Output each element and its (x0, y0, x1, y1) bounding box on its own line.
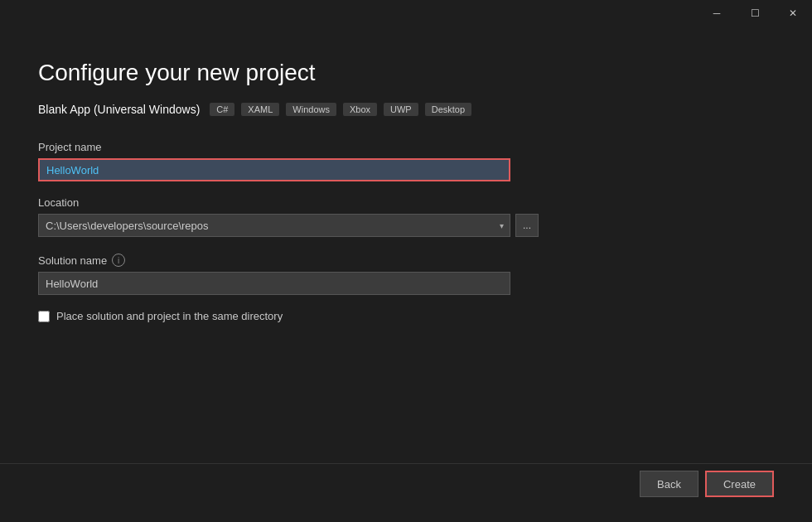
location-label: Location (38, 196, 774, 209)
project-name-input[interactable] (38, 158, 510, 181)
tag-xbox: Xbox (343, 103, 377, 116)
tag-desktop: Desktop (425, 103, 471, 116)
page-title: Configure your new project (38, 60, 774, 86)
same-directory-row: Place solution and project in the same d… (38, 310, 774, 322)
divider (0, 463, 812, 464)
same-directory-checkbox[interactable] (38, 311, 50, 322)
app-type-label: Blank App (Universal Windows) (38, 103, 200, 116)
back-button[interactable]: Back (640, 471, 698, 497)
solution-name-section: Solution name i (38, 254, 774, 295)
browse-button[interactable]: ... (515, 214, 539, 237)
same-directory-label[interactable]: Place solution and project in the same d… (56, 310, 283, 322)
tag-xaml: XAML (241, 103, 279, 116)
solution-info-icon[interactable]: i (112, 254, 125, 267)
subtitle-row: Blank App (Universal Windows) C# XAML Wi… (38, 103, 774, 116)
tag-windows: Windows (286, 103, 336, 116)
location-select-wrapper: C:\Users\developers\source\repos (38, 214, 510, 237)
tag-uwp: UWP (384, 103, 418, 116)
create-button[interactable]: Create (705, 471, 774, 497)
minimize-button[interactable]: ─ (698, 0, 736, 27)
project-name-label: Project name (38, 141, 774, 153)
main-content: Configure your new project Blank App (Un… (0, 27, 812, 522)
bottom-bar: Back Create (640, 471, 774, 497)
project-name-section: Project name (38, 141, 774, 181)
solution-name-input[interactable] (38, 272, 510, 295)
maximize-button[interactable]: ☐ (736, 0, 774, 27)
location-select[interactable]: C:\Users\developers\source\repos (38, 214, 510, 237)
close-button[interactable]: ✕ (774, 0, 812, 27)
location-section: Location C:\Users\developers\source\repo… (38, 196, 774, 237)
solution-name-label: Solution name i (38, 254, 774, 267)
location-row: C:\Users\developers\source\repos ... (38, 214, 774, 237)
title-bar: ─ ☐ ✕ (698, 0, 812, 27)
tag-csharp: C# (210, 103, 234, 116)
